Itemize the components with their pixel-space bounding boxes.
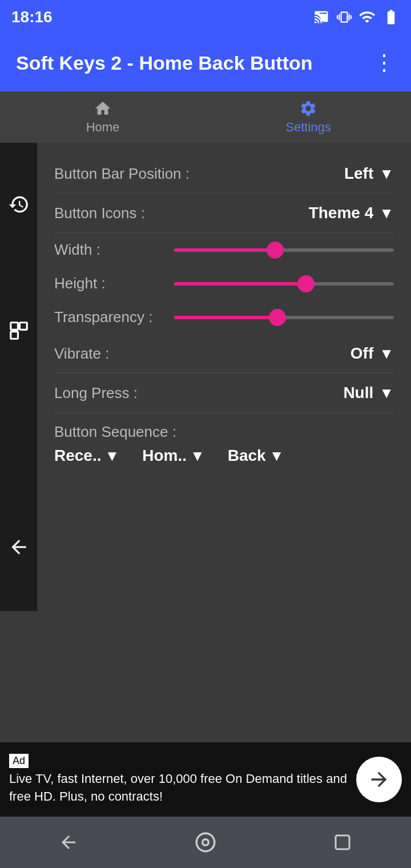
status-bar: 18:16 [0, 0, 411, 34]
side-icon-1 [8, 194, 30, 219]
arrow-right-icon [368, 768, 390, 791]
ad-label: Ad [9, 754, 29, 768]
button-icons-arrow-icon: ▼ [379, 204, 394, 222]
ad-text-area: Ad Live TV, fast Internet, over 10,000 f… [9, 754, 349, 806]
svg-point-3 [196, 833, 215, 851]
seq-home-arrow-icon: ▼ [190, 447, 205, 465]
transparency-slider-row: Transparency : [54, 300, 394, 334]
seq-back-arrow-icon: ▼ [269, 447, 284, 465]
app-bar-title: Soft Keys 2 - Home Back Button [16, 52, 313, 74]
nav-home-button[interactable] [188, 825, 223, 859]
svg-rect-1 [19, 323, 27, 330]
button-icons-value: Theme 4 [309, 204, 374, 222]
seq-dropdown-home[interactable]: Hom.. ▼ [142, 447, 205, 465]
seq-dropdown-back[interactable]: Back ▼ [228, 447, 284, 465]
system-nav-bar [0, 817, 411, 868]
seq-recent-value: Rece.. [54, 447, 102, 465]
vibrate-label: Vibrate : [54, 345, 109, 363]
nav-recents-button[interactable] [325, 825, 360, 859]
tab-settings[interactable]: Settings [206, 91, 411, 143]
long-press-dropdown[interactable]: Null ▼ [343, 384, 394, 402]
settings-icon [299, 99, 317, 118]
button-bar-position-dropdown[interactable]: Left ▼ [344, 164, 394, 183]
vibrate-arrow-icon: ▼ [379, 345, 394, 363]
long-press-arrow-icon: ▼ [379, 384, 394, 402]
svg-rect-5 [336, 835, 349, 849]
seq-dropdown-recent[interactable]: Rece.. ▼ [54, 447, 119, 465]
nav-back-icon [58, 832, 79, 853]
long-press-row: Long Press : Null ▼ [54, 373, 394, 413]
long-press-label: Long Press : [54, 384, 138, 402]
battery-icon [382, 9, 400, 26]
svg-rect-2 [10, 332, 18, 339]
tab-home-label: Home [86, 120, 120, 135]
tab-settings-label: Settings [285, 120, 331, 135]
seq-home-value: Hom.. [142, 447, 187, 465]
button-bar-position-arrow-icon: ▼ [379, 165, 394, 183]
width-slider[interactable] [174, 248, 394, 252]
transparency-slider[interactable] [174, 316, 394, 319]
button-bar-position-row: Button Bar Position : Left ▼ [54, 154, 394, 194]
nav-back-button[interactable] [51, 825, 86, 859]
settings-content: Button Bar Position : Left ▼ Button Icon… [37, 143, 411, 487]
svg-point-4 [203, 839, 209, 846]
vibrate-value: Off [350, 344, 373, 363]
nav-home-icon [194, 830, 217, 854]
status-icons [314, 9, 400, 26]
seq-back-value: Back [228, 447, 266, 465]
button-bar-position-label: Button Bar Position : [54, 165, 190, 183]
button-icons-label: Button Icons : [54, 204, 145, 222]
width-label: Width : [54, 241, 168, 259]
side-icon-back [8, 536, 30, 560]
more-vert-icon[interactable]: ⋮ [373, 52, 395, 74]
tab-home[interactable]: Home [0, 91, 206, 143]
side-panel [0, 143, 37, 611]
sequence-row: Rece.. ▼ Hom.. ▼ Back ▼ [54, 447, 394, 475]
side-icon-2 [8, 320, 30, 344]
ad-arrow-button[interactable] [356, 757, 402, 802]
transparency-label: Transparency : [54, 308, 168, 326]
width-slider-row: Width : [54, 233, 394, 267]
main-content: Button Bar Position : Left ▼ Button Icon… [0, 143, 411, 845]
app-bar: Soft Keys 2 - Home Back Button ⋮ [0, 34, 411, 91]
height-label: Height : [54, 275, 168, 292]
button-icons-row: Button Icons : Theme 4 ▼ [54, 194, 394, 233]
nav-recents-icon [332, 832, 353, 853]
button-icons-dropdown[interactable]: Theme 4 ▼ [309, 204, 394, 222]
status-time: 18:16 [11, 8, 53, 26]
svg-rect-0 [10, 323, 18, 330]
home-icon [94, 99, 112, 118]
height-slider[interactable] [174, 282, 394, 286]
long-press-value: Null [343, 384, 373, 402]
button-sequence-section: Button Sequence : Rece.. ▼ Hom.. ▼ Back … [54, 413, 394, 475]
ad-banner[interactable]: Ad Live TV, fast Internet, over 10,000 f… [0, 742, 411, 817]
wifi-icon [358, 9, 376, 26]
vibrate-icon [337, 10, 352, 25]
seq-recent-arrow-icon: ▼ [105, 447, 120, 465]
height-slider-row: Height : [54, 267, 394, 300]
tab-bar: Home Settings [0, 91, 411, 143]
vibrate-row: Vibrate : Off ▼ [54, 334, 394, 373]
cast-icon [314, 9, 330, 25]
button-sequence-label: Button Sequence : [54, 413, 394, 447]
button-bar-position-value: Left [344, 164, 373, 183]
vibrate-dropdown[interactable]: Off ▼ [350, 344, 394, 363]
ad-text: Live TV, fast Internet, over 10,000 free… [9, 770, 349, 806]
